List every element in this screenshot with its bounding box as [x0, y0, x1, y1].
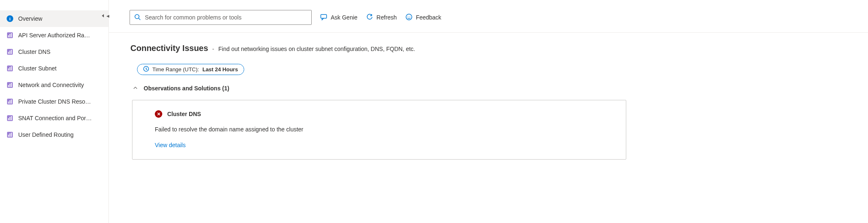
sidebar-item-network-and-connectivity[interactable]: Network and Connectivity	[0, 77, 108, 93]
svg-rect-17	[11, 83, 12, 87]
chart-icon	[7, 131, 13, 138]
sidebar: ◂ i Overview API Server Authorized Range…	[0, 0, 109, 223]
sidebar-item-label: Cluster DNS	[18, 48, 50, 55]
smiley-icon	[405, 13, 413, 22]
svg-rect-19	[8, 102, 9, 104]
svg-rect-23	[8, 118, 9, 120]
page-separator: -	[212, 46, 214, 52]
sidebar-item-snat-connection-and-port[interactable]: SNAT Connection and Port Al...	[0, 110, 108, 126]
search-input[interactable]	[145, 14, 307, 21]
sidebar-item-user-defined-routing[interactable]: User Defined Routing	[0, 126, 108, 143]
svg-rect-24	[10, 117, 10, 120]
chart-icon	[7, 98, 13, 105]
sidebar-item-cluster-subnet[interactable]: Cluster Subnet	[0, 60, 108, 77]
svg-rect-5	[11, 33, 12, 37]
svg-point-33	[406, 14, 412, 20]
feedback-button[interactable]: Feedback	[405, 13, 441, 22]
svg-rect-32	[321, 15, 327, 18]
svg-rect-9	[11, 50, 12, 54]
svg-rect-16	[10, 84, 10, 87]
search-box[interactable]	[130, 10, 312, 25]
clock-icon	[143, 66, 149, 73]
sidebar-item-label: User Defined Routing	[18, 131, 74, 138]
refresh-icon	[366, 13, 373, 22]
sidebar-item-label: SNAT Connection and Port Al...	[18, 115, 92, 121]
sidebar-item-cluster-dns[interactable]: Cluster DNS	[0, 44, 108, 60]
chart-icon	[7, 48, 13, 55]
svg-rect-12	[10, 67, 10, 70]
chevron-up-icon	[133, 85, 139, 92]
svg-rect-27	[8, 135, 9, 137]
observations-title: Observations and Solutions (1)	[144, 85, 229, 92]
refresh-label: Refresh	[377, 14, 397, 21]
page-description: Find out networking issues on cluster su…	[219, 46, 415, 52]
svg-point-34	[407, 16, 408, 17]
time-range-value: Last 24 Hours	[202, 66, 238, 73]
sidebar-item-private-cluster-dns-resolution[interactable]: Private Cluster DNS Resolutio...	[0, 93, 108, 110]
svg-point-30	[135, 15, 139, 19]
info-icon: i	[7, 15, 13, 22]
svg-rect-20	[10, 100, 10, 104]
svg-rect-21	[11, 99, 12, 104]
error-icon: ✕	[155, 110, 162, 118]
search-icon	[134, 14, 141, 22]
time-range-prefix: Time Range (UTC):	[152, 66, 199, 73]
sidebar-item-overview[interactable]: i Overview	[0, 10, 108, 27]
sidebar-item-label: Private Cluster DNS Resolutio...	[18, 98, 92, 105]
svg-rect-4	[10, 34, 10, 37]
page-title: Connectivity Issues	[130, 44, 208, 53]
sidebar-item-label: Cluster Subnet	[18, 65, 57, 72]
svg-line-31	[139, 18, 140, 20]
svg-rect-29	[11, 133, 12, 137]
svg-rect-25	[11, 116, 12, 120]
svg-rect-3	[8, 35, 9, 37]
page-header: Connectivity Issues - Find out networkin…	[130, 44, 846, 53]
ask-genie-button[interactable]: Ask Genie	[320, 13, 358, 22]
sidebar-item-api-server-authorized-ranges[interactable]: API Server Authorized Ranges	[0, 27, 108, 44]
svg-text:i: i	[9, 16, 10, 21]
svg-rect-8	[10, 51, 10, 54]
view-details-link[interactable]: View details	[155, 142, 604, 148]
refresh-button[interactable]: Refresh	[366, 13, 397, 22]
sidebar-item-label: Network and Connectivity	[18, 82, 84, 88]
chart-icon	[7, 65, 13, 72]
chat-icon	[320, 13, 327, 22]
chart-icon	[7, 82, 13, 88]
feedback-label: Feedback	[416, 14, 441, 21]
content: Connectivity Issues - Find out networkin…	[109, 33, 868, 172]
svg-rect-7	[8, 52, 9, 54]
sidebar-item-label: Overview	[18, 15, 42, 22]
chart-icon	[7, 115, 13, 121]
observations-section-header[interactable]: Observations and Solutions (1)	[133, 85, 846, 92]
time-range-pill[interactable]: Time Range (UTC): Last 24 Hours	[137, 64, 244, 75]
observation-card-message: Failed to resolve the domain name assign…	[155, 126, 604, 133]
svg-rect-15	[8, 85, 9, 87]
chart-icon	[7, 32, 13, 39]
sidebar-collapse-icon[interactable]: ◂	[101, 12, 109, 19]
svg-point-35	[409, 16, 410, 17]
svg-rect-13	[11, 66, 12, 70]
observation-card: ✕ Cluster DNS Failed to resolve the doma…	[132, 100, 626, 160]
observation-card-title: Cluster DNS	[167, 111, 201, 117]
topbar: Ask Genie Refresh Feedback	[109, 0, 868, 33]
sidebar-item-label: API Server Authorized Ranges	[18, 32, 92, 39]
ask-genie-label: Ask Genie	[331, 14, 358, 21]
main-area: Ask Genie Refresh Feedback Connectivity …	[109, 0, 868, 223]
svg-rect-28	[10, 133, 10, 137]
svg-rect-11	[8, 68, 9, 70]
